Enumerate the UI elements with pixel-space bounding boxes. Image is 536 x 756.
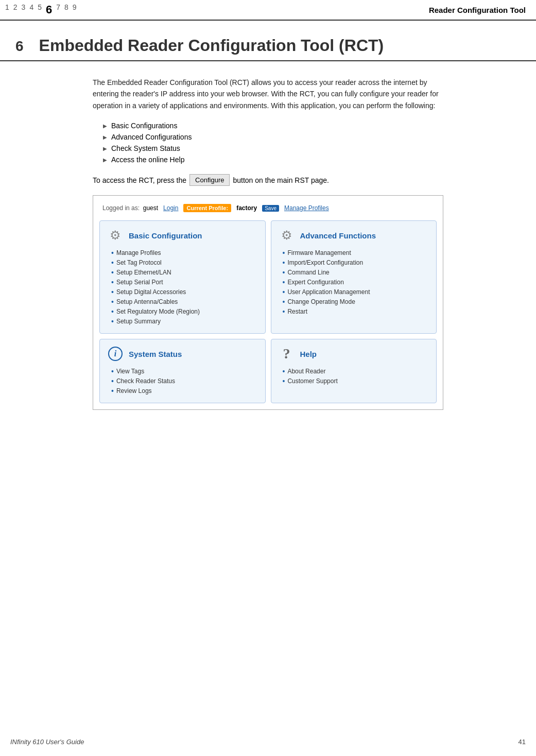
rct-panel-help-header: ? Help [279,346,429,362]
list-item[interactable]: Setup Ethernet/LAN [111,268,258,277]
rct-login-link[interactable]: Login [163,204,178,212]
bullet-list: Basic Configurations Advanced Configurat… [103,122,443,164]
rct-current-profile-label: Current Profile: [183,204,231,212]
list-item[interactable]: Restart [283,307,429,316]
rct-panel-help: ? Help About Reader Customer Support [271,339,437,403]
rct-panel-help-list: About Reader Customer Support [283,367,429,385]
nav-item-7[interactable]: 7 [56,3,60,16]
list-item[interactable]: View Tags [111,367,258,375]
nav-item-4[interactable]: 4 [29,3,33,16]
rct-grid: ⚙ Basic Configuration Manage Profiles Se… [99,220,437,403]
rct-panel-system-list: View Tags Check Reader Status Review Log… [111,367,258,395]
page-header: 1 2 3 4 5 6 7 8 9 Reader Configuration T… [0,0,536,21]
chapter-heading: 6 Embedded Reader Configuration Tool (RC… [15,36,521,55]
rct-manage-profiles[interactable]: Manage Profiles [284,204,329,212]
configure-line-before: To access the RCT, press the [93,176,186,184]
rct-screenshot: Logged in as: guest Login Current Profil… [93,195,443,410]
gear-icon-basic: ⚙ [107,227,124,244]
rct-panel-basic-list: Manage Profiles Set Tag Protocol Setup E… [111,249,258,325]
intro-paragraph: The Embedded Reader Configuration Tool (… [93,77,443,111]
list-item[interactable]: Customer Support [283,377,429,385]
bullet-item-4: Access the online Help [103,156,443,164]
rct-panel-system-title: System Status [129,350,182,358]
bullet-item-3: Check System Status [103,144,443,152]
rct-panel-basic-config: ⚙ Basic Configuration Manage Profiles Se… [99,220,266,334]
list-item[interactable]: Check Reader Status [111,377,258,385]
footer-brand: INfinity 610 User's Guide [10,738,84,746]
rct-panel-advanced-header: ⚙ Advanced Functions [279,227,429,244]
chapter-number: 6 [15,38,24,55]
rct-profile-name: factory [236,204,257,212]
rct-panel-basic-title: Basic Configuration [129,231,202,240]
page-number: 41 [518,738,526,746]
list-item[interactable]: Expert Configuration [283,278,429,286]
rct-panel-advanced-title: Advanced Functions [300,231,376,240]
rct-panel-basic-header: ⚙ Basic Configuration [107,227,258,244]
rct-panel-system-header: i System Status [107,346,258,362]
main-content: The Embedded Reader Configuration Tool (… [0,72,536,441]
configure-button[interactable]: Configure [189,174,230,186]
list-item[interactable]: Setup Serial Port [111,278,258,286]
rct-logged-in-value: guest [143,204,158,212]
list-item[interactable]: Firmware Management [283,249,429,257]
bullet-item-2: Advanced Configurations [103,133,443,141]
list-item[interactable]: Manage Profiles [111,249,258,257]
nav-item-5[interactable]: 5 [38,3,42,16]
question-icon: ? [279,346,295,362]
page-navigation: 1 2 3 4 5 6 7 8 9 [5,3,77,16]
nav-item-2[interactable]: 2 [13,3,18,16]
chapter-area: 6 Embedded Reader Configuration Tool (RC… [0,21,536,61]
list-item[interactable]: About Reader [283,367,429,375]
nav-item-9[interactable]: 9 [73,3,77,16]
list-item[interactable]: Setup Digital Accessories [111,288,258,296]
configure-line-after: button on the main RST page. [233,176,329,184]
configure-line: To access the RCT, press the Configure b… [93,174,443,186]
page-footer: INfinity 610 User's Guide 41 [10,738,526,746]
header-title: Reader Configuration Tool [429,6,526,14]
rct-logged-in-label: Logged in as: guest [102,204,158,212]
list-item[interactable]: Set Tag Protocol [111,259,258,267]
chapter-title: Embedded Reader Configuration Tool (RCT) [39,36,384,55]
list-item[interactable]: Change Operating Mode [283,298,429,306]
nav-item-1[interactable]: 1 [5,3,9,16]
info-icon: i [107,346,124,362]
gear-icon-advanced: ⚙ [279,227,295,244]
list-item[interactable]: User Application Management [283,288,429,296]
bullet-item-1: Basic Configurations [103,122,443,130]
nav-item-3[interactable]: 3 [22,3,26,16]
rct-panel-system-status: i System Status View Tags Check Reader S… [99,339,266,403]
list-item[interactable]: Import/Export Configuration [283,259,429,267]
nav-item-8[interactable]: 8 [64,3,68,16]
list-item[interactable]: Setup Antenna/Cables [111,298,258,306]
rct-panel-advanced-list: Firmware Management Import/Export Config… [283,249,429,316]
rct-topbar: Logged in as: guest Login Current Profil… [99,202,437,214]
nav-item-6-active[interactable]: 6 [46,3,52,16]
list-item[interactable]: Review Logs [111,387,258,395]
rct-panel-advanced: ⚙ Advanced Functions Firmware Management… [271,220,437,334]
list-item[interactable]: Setup Summary [111,317,258,325]
list-item[interactable]: Command Line [283,268,429,277]
list-item[interactable]: Set Regulatory Mode (Region) [111,307,258,316]
rct-panel-help-title: Help [300,350,317,358]
rct-save-button[interactable]: Save [262,205,279,212]
